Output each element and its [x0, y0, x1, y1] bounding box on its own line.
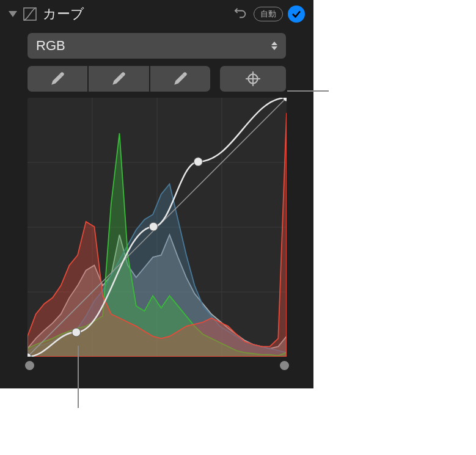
white-point-eyedropper[interactable]: [150, 66, 210, 92]
channel-select-value: RGB: [36, 38, 65, 54]
curves-icon: [22, 6, 38, 22]
white-point-slider[interactable]: [280, 361, 289, 370]
black-point-eyedropper[interactable]: [27, 66, 87, 92]
eyedropper-toolbar: [27, 66, 286, 92]
enabled-checkmark[interactable]: [288, 5, 305, 23]
panel-body: RGB: [0, 27, 313, 357]
callout-line: [78, 346, 79, 408]
curve-point[interactable]: [72, 328, 81, 337]
panel-title: カーブ: [43, 5, 228, 23]
panel-header: カーブ 自動: [0, 0, 313, 27]
black-point-slider[interactable]: [25, 361, 34, 370]
undo-icon[interactable]: [233, 6, 249, 22]
gray-point-eyedropper[interactable]: [89, 66, 148, 92]
auto-button[interactable]: 自動: [254, 7, 283, 21]
stepper-arrows-icon: [271, 42, 277, 50]
curves-graph[interactable]: [27, 98, 287, 357]
add-point-button[interactable]: [220, 66, 286, 92]
callout-line: [287, 90, 329, 92]
channel-select[interactable]: RGB: [27, 33, 286, 59]
curve-point[interactable]: [194, 158, 202, 166]
curves-svg[interactable]: [27, 98, 287, 357]
curves-panel: カーブ 自動 RGB: [0, 0, 313, 388]
curve-point[interactable]: [149, 222, 158, 231]
disclosure-triangle[interactable]: [9, 11, 17, 17]
